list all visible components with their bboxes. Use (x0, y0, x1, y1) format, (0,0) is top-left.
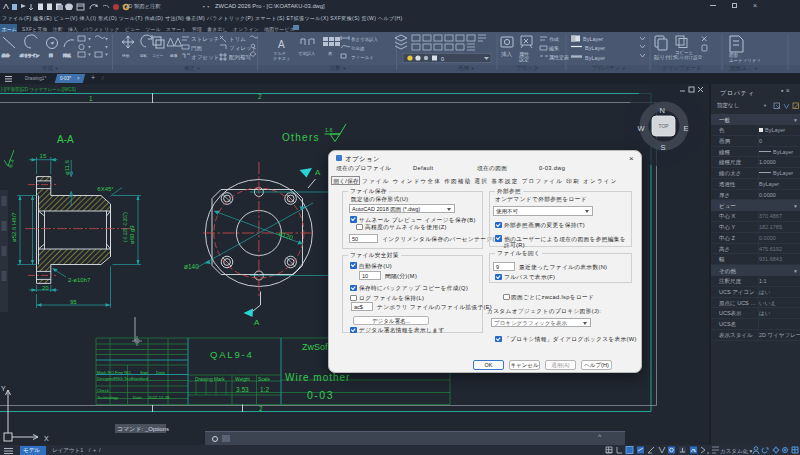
svg-text:ByLayer: ByLayer (585, 54, 605, 60)
svg-text:Y: Y (1, 385, 6, 392)
svg-text:1.6: 1.6 (325, 127, 333, 133)
svg-text:コピー: コピー (152, 54, 164, 58)
svg-text:TOP: TOP (659, 123, 670, 129)
svg-text:Date: Date (156, 370, 166, 375)
svg-text:挿入: 挿入 (501, 51, 513, 57)
svg-text:Wire mother: Wire mother (285, 372, 350, 383)
svg-text:20: 20 (42, 285, 49, 291)
svg-text:2022-12-28: 2022-12-28 (148, 395, 170, 400)
svg-text:A-A: A-A (57, 134, 74, 145)
svg-text:2-ø10h7: 2-ø10h7 (68, 277, 91, 283)
svg-text:ZwSof: ZwSof (302, 342, 328, 352)
svg-text:鏡像: 鏡像 (170, 53, 178, 58)
svg-text:円面: 円面 (191, 45, 203, 52)
svg-text:W: W (638, 124, 646, 133)
svg-text:引出線: 引出線 (351, 46, 365, 51)
svg-text:15: 15 (40, 153, 47, 159)
svg-text:ByLayer: ByLayer (583, 36, 603, 42)
svg-text:0-03: 0-03 (307, 389, 334, 401)
svg-text:Designer: Designer (97, 376, 114, 381)
svg-text:2: 2 (258, 93, 262, 100)
svg-text:Sign: Sign (140, 370, 149, 375)
svg-text:ユーティリティ: ユーティリティ (729, 58, 761, 63)
svg-text:2: 2 (259, 405, 263, 412)
svg-text:回転: 回転 (140, 54, 148, 58)
svg-text:A: A (278, 39, 285, 50)
svg-text:長さ寸法記入: 長さ寸法記入 (351, 36, 379, 43)
svg-text:Fine NO.: Fine NO. (115, 370, 132, 375)
svg-text:カスタム化 ▾: カスタム化 ▾ (720, 448, 753, 455)
svg-text:Technology: Technology (97, 395, 119, 400)
svg-text:6.3: 6.3 (7, 158, 15, 168)
svg-text:ENG-Test: ENG-Test (114, 376, 133, 381)
svg-text:ø60 g9: ø60 g9 (129, 225, 135, 244)
svg-text:0: 0 (441, 55, 444, 61)
svg-text:3.53: 3.53 (236, 386, 249, 393)
svg-text:フィールド: フィールド (351, 55, 374, 60)
svg-text:円弧: 円弧 (63, 53, 71, 58)
svg-text:Weight: Weight (235, 377, 251, 382)
svg-text:[-][平面図][2D ワイヤフレーム][WCS]: [-][平面図][2D ワイヤフレーム][WCS] (1, 87, 76, 92)
svg-text:Drawing Mark: Drawing Mark (195, 377, 225, 382)
svg-text:配列複写: 配列複写 (229, 54, 252, 61)
svg-text:ø52.6 H8/7: ø52.6 H8/7 (11, 212, 17, 242)
svg-text:移動: 移動 (122, 53, 130, 58)
svg-text:トリム: トリム (229, 36, 246, 42)
svg-text:テキスト: テキスト (273, 56, 291, 61)
svg-text:Others: Others (282, 132, 320, 143)
svg-text:1: 1 (89, 95, 93, 102)
svg-text:ストレッチ: ストレッチ (191, 36, 220, 42)
svg-text:ポリライン: ポリライン (19, 53, 40, 58)
svg-text:線分: 線分 (1, 53, 10, 58)
svg-text:Scale: Scale (258, 377, 270, 382)
svg-text:作成: 作成 (549, 36, 559, 42)
svg-text:1:2: 1:2 (260, 386, 269, 393)
svg-text:ByLayer: ByLayer (585, 44, 605, 50)
svg-text:A: A (254, 318, 260, 327)
svg-text:A: A (315, 168, 321, 177)
svg-text:オフセット: オフセット (191, 54, 219, 61)
svg-text:ø140: ø140 (184, 263, 199, 270)
svg-text:円: 円 (49, 54, 53, 58)
svg-text:N: N (660, 106, 665, 115)
svg-text:編集: 編集 (548, 45, 559, 51)
svg-text:QAL9-4: QAL9-4 (210, 349, 254, 360)
svg-text:Date: Date (133, 395, 143, 400)
svg-text:Mark NO.: Mark NO. (97, 370, 115, 375)
svg-text:95: 95 (70, 299, 77, 305)
svg-text:貼り付け: 貼り付け (654, 54, 676, 61)
svg-text:属性設定: 属性設定 (519, 51, 529, 63)
svg-text:寸法記入: 寸法記入 (298, 51, 316, 56)
svg-text:表: 表 (328, 51, 333, 56)
svg-text:貼り付け設定: 貼り付け設定 (675, 54, 703, 61)
svg-text:Standard: Standard (131, 376, 149, 381)
svg-text:X: X (44, 435, 49, 442)
svg-text:ø11.6: ø11.6 (64, 159, 70, 175)
svg-text:Check: Check (97, 388, 110, 393)
svg-text:(-0.120 -0.207): (-0.120 -0.207) (123, 212, 128, 242)
svg-text:E: E (684, 124, 689, 133)
svg-text:6X45°: 6X45° (97, 186, 114, 192)
svg-text:S: S (661, 143, 666, 152)
svg-text:属性定義: 属性定義 (549, 54, 569, 61)
